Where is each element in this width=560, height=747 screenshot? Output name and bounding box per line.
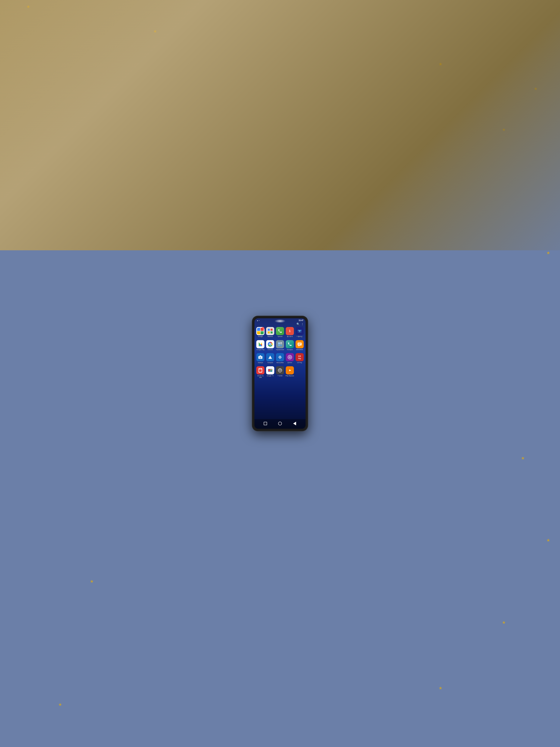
star-deco: ★ bbox=[502, 620, 506, 625]
app-important[interactable]: Важное bbox=[266, 327, 275, 338]
playmusic-app-icon bbox=[286, 366, 294, 375]
empty-screen-space bbox=[255, 379, 305, 419]
svg-rect-2 bbox=[268, 331, 270, 334]
sms-label: SMS/MMS bbox=[296, 349, 303, 351]
onestore-label: 원스토어 bbox=[287, 336, 293, 338]
svg-marker-24 bbox=[298, 345, 299, 346]
tphone-label: Tphone bbox=[277, 336, 283, 338]
app-onestore[interactable]: 1 원스토어 bbox=[285, 327, 294, 338]
manage-label: Управление bbox=[276, 349, 284, 351]
recents-icon bbox=[264, 422, 267, 425]
svg-rect-26 bbox=[298, 344, 300, 344]
app-google[interactable]: 1 Google bbox=[256, 327, 265, 338]
tmembership-label: T 멤버십 bbox=[297, 336, 302, 338]
search-icon[interactable]: 🔍 bbox=[296, 323, 300, 326]
star-deco: ★ bbox=[58, 702, 62, 707]
app-tmembership[interactable]: T T 멤버십 bbox=[295, 327, 304, 338]
svg-rect-43 bbox=[271, 369, 272, 370]
chrome-label: Chrome bbox=[268, 349, 273, 351]
app-lgpay[interactable]: LGPay LG Pay bbox=[295, 353, 304, 364]
svg-rect-22 bbox=[281, 344, 282, 346]
svg-text:world: world bbox=[278, 369, 281, 370]
camera-label: Камера bbox=[258, 362, 263, 364]
app-chrome[interactable]: Chrome bbox=[266, 340, 275, 351]
playmusic-label: Play Музыка bbox=[286, 375, 294, 377]
phone-app-icon bbox=[286, 340, 294, 348]
svg-rect-1 bbox=[271, 329, 273, 331]
svg-rect-44 bbox=[271, 370, 272, 371]
svg-marker-31 bbox=[268, 356, 272, 359]
app-tphone[interactable]: Tphone bbox=[275, 327, 285, 338]
svg-marker-11 bbox=[260, 342, 262, 344]
svg-rect-18 bbox=[278, 342, 280, 344]
svg-rect-19 bbox=[281, 342, 282, 343]
google-badge: 1 bbox=[262, 327, 264, 329]
qvoice-app-icon bbox=[286, 353, 294, 361]
tmembership-app-icon: T bbox=[296, 327, 304, 335]
lgpay-app-icon: LGPay bbox=[296, 353, 304, 361]
status-time: 15:47 bbox=[298, 319, 303, 321]
onestore-app-icon: 1 bbox=[286, 327, 294, 335]
signal-indicator: ▲ ▪ bbox=[257, 319, 260, 321]
svg-rect-21 bbox=[278, 344, 280, 346]
phone-screen: ▲ ▪ 15:47 🔍 ⋮ bbox=[255, 318, 305, 429]
back-button[interactable] bbox=[292, 421, 297, 426]
svg-point-17 bbox=[270, 343, 271, 345]
app-empty bbox=[295, 366, 304, 379]
star-deco: ★ bbox=[546, 250, 550, 256]
app-manage[interactable]: Управление bbox=[275, 340, 285, 351]
sim-label: Инстр-ты SIM bbox=[256, 375, 265, 379]
important-label: Важное bbox=[268, 336, 273, 338]
svg-point-36 bbox=[289, 357, 290, 358]
app-camera[interactable]: Камера bbox=[256, 353, 265, 364]
app-row-3: Камера Галерея bbox=[255, 352, 305, 364]
recents-button[interactable] bbox=[263, 421, 268, 426]
google-label: Google bbox=[258, 336, 263, 338]
app-googletv[interactable]: Google TV bbox=[266, 366, 275, 379]
app-row-1: 1 Google Важное bbox=[255, 326, 305, 338]
phone-device: ▲ ▪ 15:47 🔍 ⋮ bbox=[252, 316, 308, 431]
status-indicators: ▲ ▪ bbox=[257, 319, 260, 321]
app-phone[interactable]: Телефон bbox=[285, 340, 294, 351]
star-deco: ★ bbox=[521, 456, 525, 461]
star-deco: ★ bbox=[90, 579, 94, 584]
manage-app-icon bbox=[276, 340, 284, 348]
settings-app-icon bbox=[276, 353, 284, 361]
tworld-app-icon: world bbox=[276, 366, 284, 375]
app-settings[interactable]: Настройки bbox=[275, 353, 285, 364]
app-playmusic[interactable]: Play Музыка bbox=[285, 366, 294, 379]
app-qvoice[interactable]: QVoice bbox=[285, 353, 294, 364]
home-button[interactable] bbox=[277, 421, 283, 426]
google-app-icon: 1 bbox=[256, 327, 264, 335]
home-icon bbox=[278, 422, 282, 426]
sms-app-icon bbox=[296, 340, 304, 348]
svg-rect-0 bbox=[268, 329, 270, 331]
app-row-4: Инстр-ты SIM Google TV bbox=[255, 365, 305, 379]
svg-point-33 bbox=[279, 357, 281, 358]
important-app-icon bbox=[266, 327, 274, 335]
app-sim[interactable]: Инстр-ты SIM bbox=[256, 366, 265, 379]
sim-app-icon bbox=[256, 366, 264, 375]
tphone-app-icon bbox=[276, 327, 284, 335]
app-sms[interactable]: SMS/MMS bbox=[295, 340, 304, 351]
svg-rect-6 bbox=[298, 330, 301, 331]
top-action-bar: 🔍 ⋮ bbox=[255, 322, 305, 326]
app-row-2: Google Play bbox=[255, 339, 305, 352]
svg-rect-39 bbox=[260, 369, 260, 369]
svg-rect-42 bbox=[268, 369, 270, 371]
googletv-app-icon bbox=[266, 366, 274, 375]
app-googleplay[interactable]: Google Play bbox=[256, 340, 265, 351]
star-deco: ★ bbox=[438, 686, 443, 691]
googleplay-label: Google Play bbox=[257, 349, 265, 351]
app-tworld[interactable]: world T world bbox=[275, 366, 285, 379]
svg-rect-7 bbox=[298, 331, 301, 331]
svg-rect-28 bbox=[260, 355, 261, 356]
settings-label: Настройки bbox=[276, 362, 284, 364]
app-gallery[interactable]: Галерея bbox=[266, 353, 275, 364]
navigation-bar bbox=[255, 419, 305, 429]
svg-rect-40 bbox=[261, 369, 261, 369]
svg-rect-25 bbox=[298, 343, 301, 344]
svg-point-30 bbox=[260, 357, 261, 358]
chrome-app-icon bbox=[266, 340, 274, 348]
more-options-icon[interactable]: ⋮ bbox=[301, 323, 304, 326]
